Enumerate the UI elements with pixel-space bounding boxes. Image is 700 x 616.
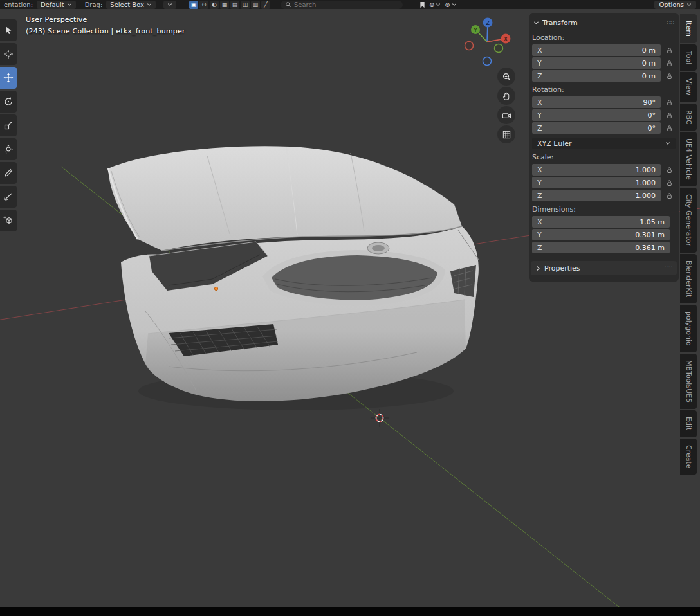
- gizmo-axis-y-neg[interactable]: [495, 44, 503, 53]
- chevron-down-icon: [147, 2, 152, 7]
- scale-icon: [3, 120, 14, 131]
- camera-icon: [502, 111, 511, 120]
- orientation-dropdown[interactable]: Default: [37, 1, 76, 9]
- view-perspective-label: User Perspective: [26, 15, 87, 24]
- rotation-x-field[interactable]: X90°: [532, 96, 661, 108]
- editor-type-icon[interactable]: ▣: [189, 1, 198, 9]
- scale-label: Scale:: [529, 153, 679, 162]
- lock-icon[interactable]: [661, 47, 677, 54]
- transform-panel-header[interactable]: Transform ∷∷: [529, 15, 679, 30]
- location-y-field[interactable]: Y0 m: [532, 57, 661, 69]
- tool-measure[interactable]: [0, 186, 17, 208]
- navigation-gizmo[interactable]: Z Y X: [460, 13, 514, 68]
- gizmo-z-label: Z: [486, 20, 490, 26]
- tab-create[interactable]: Create: [680, 439, 697, 475]
- lock-icon[interactable]: [661, 99, 677, 106]
- tab-ue4-vehicle[interactable]: UE4 Vehicle: [680, 132, 697, 186]
- orientation-label: entation:: [4, 1, 33, 8]
- tab-item[interactable]: Item: [680, 14, 697, 43]
- gizmo-axis-z-neg[interactable]: [483, 57, 492, 66]
- chevron-down-icon: [686, 2, 692, 7]
- overlays-dropdown[interactable]: ⊚: [445, 1, 456, 8]
- rows-toggle-icon[interactable]: ▤: [230, 1, 239, 9]
- tool-scale[interactable]: [0, 114, 17, 136]
- blender-window: entation: Default Drag: Select Box ▣ ⊙ ◐…: [0, 0, 700, 616]
- options-button[interactable]: Options: [654, 1, 696, 9]
- ortho-toggle-button[interactable]: [497, 125, 515, 143]
- tool-add-cube[interactable]: [0, 210, 17, 231]
- lock-icon[interactable]: [661, 112, 677, 119]
- tab-polygoniq[interactable]: polygoniq: [680, 305, 697, 352]
- model-etkx-front-bumper[interactable]: [108, 146, 479, 410]
- lock-icon[interactable]: [661, 192, 677, 199]
- gizmo-axis-x-neg[interactable]: [465, 42, 474, 50]
- tool-settings-header: entation: Default Drag: Select Box ▣ ⊙ ◐…: [0, 0, 700, 9]
- select-mode-dropdown[interactable]: [163, 1, 176, 9]
- scale-y-field[interactable]: Y1.000: [532, 177, 661, 188]
- shading-toggle-icon[interactable]: ◐: [210, 1, 219, 9]
- zoom-button[interactable]: [497, 68, 515, 86]
- gizmos-dropdown[interactable]: ⊛: [429, 1, 441, 8]
- tool-cursor[interactable]: [0, 43, 17, 65]
- tool-annotate[interactable]: [0, 162, 17, 184]
- panel-grip[interactable]: ∷∷: [665, 265, 672, 271]
- tab-blenderkit[interactable]: BlenderKit: [680, 254, 697, 303]
- tool-move[interactable]: [0, 67, 17, 89]
- rotation-z-field[interactable]: Z0°: [532, 122, 661, 134]
- properties-panel-title: Properties: [544, 264, 580, 273]
- lock-icon[interactable]: [661, 60, 677, 67]
- search-input[interactable]: [294, 1, 398, 8]
- drag-mode-value: Select Box: [110, 1, 144, 8]
- location-z-field[interactable]: Z0 m: [532, 70, 661, 82]
- transform-panel-title: Transform: [542, 19, 578, 27]
- gizmos-icon: ⊛: [429, 1, 434, 8]
- left-toolbar: [0, 19, 17, 231]
- panel-grip[interactable]: ∷∷: [667, 19, 674, 26]
- panel-toggle-icon[interactable]: ◫: [241, 1, 250, 9]
- options-label: Options: [659, 1, 684, 8]
- chevron-down-icon: [665, 141, 670, 146]
- slash-toggle-icon[interactable]: ╱: [261, 1, 270, 9]
- mode-toggle-icon[interactable]: ⊙: [199, 1, 208, 9]
- dimensions-x-field[interactable]: X1.05 m: [532, 216, 670, 228]
- grid-toggle-icon[interactable]: ▦: [220, 1, 229, 9]
- add-cube-icon: [3, 215, 14, 226]
- scale-x-field[interactable]: X1.000: [532, 164, 661, 176]
- tab-mbtoolsue5[interactable]: MBToolsUE5: [680, 354, 697, 409]
- lock-icon[interactable]: [661, 167, 677, 174]
- rotation-y-field[interactable]: Y0°: [532, 109, 661, 121]
- tab-rbc[interactable]: RBC: [680, 104, 697, 131]
- tool-rotate[interactable]: [0, 91, 17, 113]
- dimensions-y-field[interactable]: Y0.301 m: [532, 229, 670, 240]
- tab-city-generator[interactable]: City Generator: [680, 188, 697, 253]
- car-badge: [367, 242, 389, 254]
- lock-icon[interactable]: [661, 125, 677, 132]
- move-icon: [3, 73, 14, 83]
- location-x-field[interactable]: X0 m: [532, 44, 661, 56]
- tab-edit[interactable]: Edit: [680, 410, 697, 437]
- viewport-controls: [497, 68, 515, 143]
- bookmark-icon[interactable]: [419, 1, 425, 8]
- rotate-icon: [3, 96, 14, 107]
- pan-button[interactable]: [497, 87, 515, 105]
- lock-icon[interactable]: [661, 73, 677, 80]
- dimensions-z-field[interactable]: Z0.361 m: [532, 242, 670, 253]
- object-origin-dot: [214, 287, 217, 290]
- scale-z-field[interactable]: Z1.000: [532, 190, 661, 201]
- drag-mode-dropdown[interactable]: Select Box: [106, 1, 156, 9]
- lock-icon[interactable]: [661, 179, 677, 186]
- grid-icon: [502, 130, 511, 140]
- tool-select-box[interactable]: [0, 19, 17, 41]
- properties-panel-header[interactable]: Properties ∷∷: [531, 261, 677, 275]
- cursor-icon: [3, 49, 14, 59]
- rotation-mode-dropdown[interactable]: XYZ Euler: [532, 138, 676, 149]
- camera-view-button[interactable]: [497, 106, 515, 124]
- location-label: Location:: [529, 33, 679, 42]
- cursor-3d: [371, 409, 389, 427]
- viewport-3d[interactable]: User Perspective (243) Scene Collection …: [0, 9, 700, 607]
- tool-transform[interactable]: [0, 138, 17, 160]
- tab-tool[interactable]: Tool: [680, 44, 697, 71]
- columns-toggle-icon[interactable]: ▥: [251, 1, 260, 9]
- rotation-label: Rotation:: [529, 86, 679, 95]
- tab-view[interactable]: View: [680, 72, 697, 102]
